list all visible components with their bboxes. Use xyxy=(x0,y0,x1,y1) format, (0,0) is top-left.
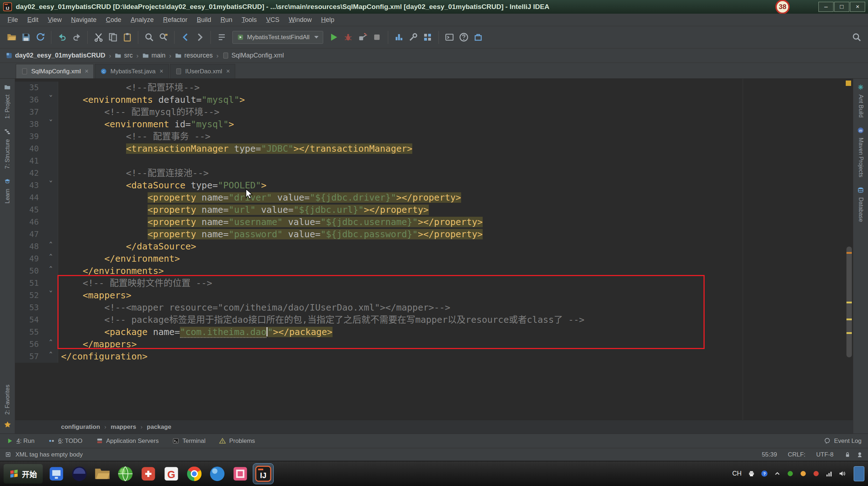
code-line[interactable]: 45 <property name="url" value="${jdbc.ur… xyxy=(15,204,845,216)
editor-scrollbar[interactable] xyxy=(845,79,853,420)
code-line[interactable]: 37 <!-- 配置mysql的环境--> xyxy=(15,106,845,118)
error-stripe-mark[interactable] xyxy=(846,332,852,334)
code-line[interactable]: 47 <property name="password" value="${jd… xyxy=(15,228,845,240)
code-line[interactable]: 43ˇ <dataSource type="POOLED"> xyxy=(15,179,845,192)
error-stripe-mark[interactable] xyxy=(846,252,852,254)
copy-icon[interactable] xyxy=(106,30,120,45)
lock-icon[interactable] xyxy=(844,451,851,458)
network-bars-icon[interactable] xyxy=(825,470,833,478)
menu-window[interactable]: Window xyxy=(284,14,316,26)
breadcrumb-main[interactable]: main xyxy=(142,52,166,59)
cut-icon[interactable] xyxy=(91,30,106,45)
pink-app-icon[interactable] xyxy=(230,464,250,484)
fold-close-icon[interactable]: ˆ xyxy=(44,338,58,350)
code-line[interactable]: 48ˆ </dataSource> xyxy=(15,240,845,253)
code-line[interactable]: 53 <!--<mapper resource="com/itheima/dao… xyxy=(15,302,845,314)
sync-icon[interactable] xyxy=(33,30,47,45)
plugin-icon[interactable] xyxy=(471,30,486,45)
caret-position[interactable]: 55:39 xyxy=(762,451,777,458)
toolwindow-button-problems[interactable]: Problems xyxy=(219,437,255,445)
coverage-icon[interactable] xyxy=(356,30,370,45)
code-line[interactable]: 38ˇ <environment id="mysql"> xyxy=(15,118,845,130)
maximize-button[interactable]: □ xyxy=(834,2,849,12)
fold-close-icon[interactable]: ˆ xyxy=(44,265,58,277)
eclipse-icon[interactable] xyxy=(69,464,89,484)
orange-dot-icon[interactable] xyxy=(799,470,807,478)
menu-edit[interactable]: Edit xyxy=(23,14,43,26)
toolwindow-button-application-servers[interactable]: Application Servers xyxy=(96,437,159,445)
menu-tools[interactable]: Tools xyxy=(237,14,261,26)
run-icon[interactable] xyxy=(327,30,341,45)
menu-build[interactable]: Build xyxy=(192,14,216,26)
code-line[interactable]: 41 xyxy=(15,155,845,167)
code-line[interactable]: 46 <property name="username" value="${jd… xyxy=(15,216,845,228)
menu-help[interactable]: Help xyxy=(316,14,339,26)
hector-icon[interactable] xyxy=(857,451,863,458)
tab-mybatistest-java[interactable]: CMybatisTest.java× xyxy=(95,64,168,78)
tab-sqlmapconfig-xml[interactable]: SqlMapConfig.xml× xyxy=(16,64,94,78)
tab-close-icon[interactable]: × xyxy=(226,68,230,75)
language-indicator[interactable]: CH xyxy=(732,470,742,477)
fold-close-icon[interactable]: ˆ xyxy=(44,350,58,363)
tab-iuserdao-xml[interactable]: IUserDao.xml× xyxy=(170,64,235,78)
tool-stripe-1-project[interactable]: 1: Project xyxy=(4,84,11,119)
tool-stripe-2-favorites[interactable]: 2: Favorites xyxy=(4,385,11,415)
code-line[interactable]: 56ˆ </mappers> xyxy=(15,338,845,350)
help-icon[interactable] xyxy=(457,30,471,45)
code-line[interactable]: 40 <transactionManager type="JDBC"></tra… xyxy=(15,143,845,155)
code-line[interactable]: 39 <!-- 配置事务 --> xyxy=(15,130,845,143)
editor[interactable]: 35 <!--配置环境-->36ˇ <environments default=… xyxy=(15,79,853,420)
code-line[interactable]: 52ˇ <mappers> xyxy=(15,289,845,302)
save-icon[interactable] xyxy=(19,30,33,45)
tool-stripe-maven-projects[interactable]: mMaven Projects xyxy=(857,127,864,177)
fold-close-icon[interactable]: ˆ xyxy=(44,253,58,265)
settings-icon[interactable] xyxy=(406,30,421,45)
intellij-idea-icon[interactable]: IJ xyxy=(253,464,273,484)
menu-run[interactable]: Run xyxy=(216,14,237,26)
volume-icon[interactable] xyxy=(838,470,846,478)
profiler-icon[interactable] xyxy=(392,30,406,45)
red-dot-icon[interactable] xyxy=(812,470,820,478)
close-button[interactable]: × xyxy=(850,2,865,12)
menu-code[interactable]: Code xyxy=(101,14,126,26)
help-badge-icon[interactable]: ? xyxy=(760,470,768,478)
back-icon[interactable] xyxy=(178,30,192,45)
error-stripe-mark[interactable] xyxy=(846,302,852,303)
find-icon[interactable] xyxy=(142,30,156,45)
g-app-icon[interactable]: G xyxy=(161,464,181,484)
menu-view[interactable]: View xyxy=(43,14,66,26)
line-numbers-icon[interactable] xyxy=(214,30,229,45)
menu-analyze[interactable]: Analyze xyxy=(126,14,158,26)
code-line[interactable]: 42 <!--配置连接池--> xyxy=(15,167,845,179)
blue-globe-icon[interactable] xyxy=(207,464,227,484)
inspections-icon[interactable] xyxy=(5,451,11,458)
code-line[interactable]: 49ˆ </environment> xyxy=(15,253,845,265)
breadcrumb-day02-eesy-01mybatiscrud[interactable]: day02_eesy_01mybatisCRUD xyxy=(6,52,105,59)
code-line[interactable]: 50ˆ </environments> xyxy=(15,265,845,277)
tool-stripe-7-structure[interactable]: 7: Structure xyxy=(4,128,11,169)
minimize-button[interactable]: – xyxy=(818,2,834,12)
code-line[interactable]: 51 <!-- 配置映射文件的位置 --> xyxy=(15,277,845,289)
replace-icon[interactable] xyxy=(156,30,171,45)
tab-close-icon[interactable]: × xyxy=(85,68,89,75)
toolwindow-button-terminal[interactable]: Terminal xyxy=(172,437,205,445)
debug-icon[interactable] xyxy=(341,30,356,45)
tool-stripe-learn[interactable]: Learn xyxy=(4,178,11,203)
line-separator[interactable]: CRLF: xyxy=(788,451,806,458)
favorites-star-icon[interactable] xyxy=(4,421,11,430)
toolwindow-button-6-todo[interactable]: 6: TODO xyxy=(48,437,82,445)
xml-breadcrumb-package[interactable]: package xyxy=(147,423,171,431)
menu-file[interactable]: File xyxy=(3,14,23,26)
code-line[interactable]: 36ˇ <environments default="mysql"> xyxy=(15,94,845,106)
error-stripe-mark[interactable] xyxy=(846,318,852,320)
fold-open-icon[interactable]: ˇ xyxy=(44,179,58,192)
tool-stripe-database[interactable]: Database xyxy=(857,187,864,222)
code-line[interactable]: 35 <!--配置环境--> xyxy=(15,82,845,94)
chrome-icon[interactable] xyxy=(184,464,204,484)
breadcrumb-src[interactable]: src xyxy=(115,52,133,59)
undo-icon[interactable] xyxy=(55,30,69,45)
menu-navigate[interactable]: Navigate xyxy=(66,14,101,26)
forward-icon[interactable] xyxy=(192,30,207,45)
code-line[interactable]: 55 <package name="com.itheima.dao"></pac… xyxy=(15,326,845,338)
terminal-ssh-icon[interactable] xyxy=(442,30,457,45)
